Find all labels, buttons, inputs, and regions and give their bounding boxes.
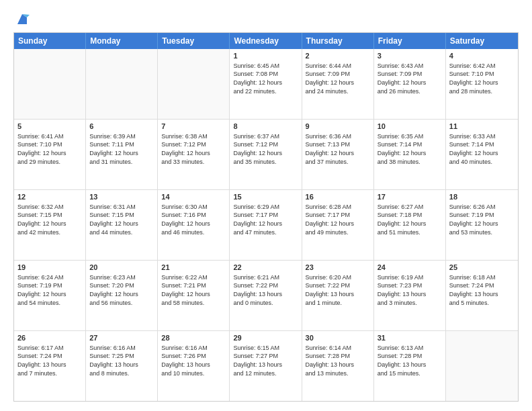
day-cell-21: 21Sunrise: 6:22 AM Sunset: 7:21 PM Dayli… <box>158 261 230 330</box>
day-info-14: Sunrise: 6:30 AM Sunset: 7:16 PM Dayligh… <box>161 203 226 236</box>
day-info-17: Sunrise: 6:27 AM Sunset: 7:18 PM Dayligh… <box>378 203 442 236</box>
day-info-31: Sunrise: 6:13 AM Sunset: 7:28 PM Dayligh… <box>378 344 442 377</box>
day-number-7: 7 <box>161 122 226 132</box>
day-number-5: 5 <box>17 122 82 132</box>
header-cell-sunday: Sunday <box>14 33 86 49</box>
day-info-1: Sunrise: 6:45 AM Sunset: 7:08 PM Dayligh… <box>233 62 298 95</box>
day-number-16: 16 <box>306 192 370 202</box>
logo-icon <box>15 12 30 27</box>
day-number-21: 21 <box>161 263 226 273</box>
header <box>13 12 519 27</box>
day-info-24: Sunrise: 6:19 AM Sunset: 7:23 PM Dayligh… <box>378 273 442 307</box>
day-cell-4: 4Sunrise: 6:42 AM Sunset: 7:10 PM Daylig… <box>446 49 518 119</box>
day-number-25: 25 <box>449 263 515 273</box>
day-number-4: 4 <box>449 51 515 61</box>
day-cell-16: 16Sunrise: 6:28 AM Sunset: 7:17 PM Dayli… <box>302 190 374 260</box>
header-cell-wednesday: Wednesday <box>230 33 302 49</box>
header-cell-saturday: Saturday <box>446 33 518 49</box>
calendar-row-0: 1Sunrise: 6:45 AM Sunset: 7:08 PM Daylig… <box>14 49 518 120</box>
day-info-6: Sunrise: 6:39 AM Sunset: 7:11 PM Dayligh… <box>89 132 154 166</box>
day-cell-1: 1Sunrise: 6:45 AM Sunset: 7:08 PM Daylig… <box>230 49 302 119</box>
day-info-25: Sunrise: 6:18 AM Sunset: 7:24 PM Dayligh… <box>449 273 515 307</box>
day-info-8: Sunrise: 6:37 AM Sunset: 7:12 PM Dayligh… <box>233 132 298 166</box>
logo <box>13 12 30 27</box>
day-info-4: Sunrise: 6:42 AM Sunset: 7:10 PM Dayligh… <box>449 62 515 95</box>
day-number-9: 9 <box>306 122 370 132</box>
day-number-11: 11 <box>449 122 515 132</box>
day-number-24: 24 <box>378 263 442 273</box>
header-cell-monday: Monday <box>86 33 158 49</box>
calendar-row-2: 12Sunrise: 6:32 AM Sunset: 7:15 PM Dayli… <box>14 190 518 261</box>
day-info-26: Sunrise: 6:17 AM Sunset: 7:24 PM Dayligh… <box>17 344 82 377</box>
day-cell-30: 30Sunrise: 6:14 AM Sunset: 7:28 PM Dayli… <box>302 331 374 401</box>
calendar-row-4: 26Sunrise: 6:17 AM Sunset: 7:24 PM Dayli… <box>14 331 518 401</box>
day-number-15: 15 <box>233 192 298 202</box>
day-number-29: 29 <box>233 333 298 343</box>
day-info-9: Sunrise: 6:36 AM Sunset: 7:13 PM Dayligh… <box>306 132 370 166</box>
day-info-3: Sunrise: 6:43 AM Sunset: 7:09 PM Dayligh… <box>378 62 442 95</box>
header-cell-friday: Friday <box>374 33 446 49</box>
day-info-23: Sunrise: 6:20 AM Sunset: 7:22 PM Dayligh… <box>306 273 370 307</box>
day-number-18: 18 <box>449 192 515 202</box>
calendar-body: 1Sunrise: 6:45 AM Sunset: 7:08 PM Daylig… <box>14 49 518 401</box>
day-number-6: 6 <box>89 122 154 132</box>
day-number-3: 3 <box>378 51 442 61</box>
day-cell-19: 19Sunrise: 6:24 AM Sunset: 7:19 PM Dayli… <box>14 261 86 330</box>
day-cell-8: 8Sunrise: 6:37 AM Sunset: 7:12 PM Daylig… <box>230 120 302 189</box>
day-number-1: 1 <box>233 51 298 61</box>
day-info-30: Sunrise: 6:14 AM Sunset: 7:28 PM Dayligh… <box>306 344 370 377</box>
day-cell-2: 2Sunrise: 6:44 AM Sunset: 7:09 PM Daylig… <box>302 49 374 119</box>
day-info-7: Sunrise: 6:38 AM Sunset: 7:12 PM Dayligh… <box>161 132 226 166</box>
day-info-5: Sunrise: 6:41 AM Sunset: 7:10 PM Dayligh… <box>17 132 82 166</box>
page: SundayMondayTuesdayWednesdayThursdayFrid… <box>0 0 532 411</box>
day-cell-9: 9Sunrise: 6:36 AM Sunset: 7:13 PM Daylig… <box>302 120 374 189</box>
day-cell-20: 20Sunrise: 6:23 AM Sunset: 7:20 PM Dayli… <box>86 261 158 330</box>
calendar-header-row: SundayMondayTuesdayWednesdayThursdayFrid… <box>14 33 518 49</box>
empty-cell-4-6 <box>446 331 518 401</box>
day-cell-3: 3Sunrise: 6:43 AM Sunset: 7:09 PM Daylig… <box>374 49 446 119</box>
day-info-10: Sunrise: 6:35 AM Sunset: 7:14 PM Dayligh… <box>378 132 442 166</box>
day-cell-6: 6Sunrise: 6:39 AM Sunset: 7:11 PM Daylig… <box>86 120 158 189</box>
day-info-27: Sunrise: 6:16 AM Sunset: 7:25 PM Dayligh… <box>89 344 154 377</box>
header-cell-tuesday: Tuesday <box>158 33 230 49</box>
day-cell-27: 27Sunrise: 6:16 AM Sunset: 7:25 PM Dayli… <box>86 331 158 401</box>
day-cell-10: 10Sunrise: 6:35 AM Sunset: 7:14 PM Dayli… <box>374 120 446 189</box>
calendar: SundayMondayTuesdayWednesdayThursdayFrid… <box>13 32 519 402</box>
day-cell-11: 11Sunrise: 6:33 AM Sunset: 7:14 PM Dayli… <box>446 120 518 189</box>
day-info-28: Sunrise: 6:16 AM Sunset: 7:26 PM Dayligh… <box>161 344 226 377</box>
header-cell-thursday: Thursday <box>302 33 374 49</box>
day-cell-29: 29Sunrise: 6:15 AM Sunset: 7:27 PM Dayli… <box>230 331 302 401</box>
day-number-8: 8 <box>233 122 298 132</box>
day-number-20: 20 <box>89 263 154 273</box>
day-number-19: 19 <box>17 263 82 273</box>
day-number-10: 10 <box>378 122 442 132</box>
day-number-13: 13 <box>89 192 154 202</box>
day-cell-17: 17Sunrise: 6:27 AM Sunset: 7:18 PM Dayli… <box>374 190 446 260</box>
day-cell-26: 26Sunrise: 6:17 AM Sunset: 7:24 PM Dayli… <box>14 331 86 401</box>
day-cell-7: 7Sunrise: 6:38 AM Sunset: 7:12 PM Daylig… <box>158 120 230 189</box>
day-cell-22: 22Sunrise: 6:21 AM Sunset: 7:22 PM Dayli… <box>230 261 302 330</box>
day-info-18: Sunrise: 6:26 AM Sunset: 7:19 PM Dayligh… <box>449 203 515 236</box>
day-cell-18: 18Sunrise: 6:26 AM Sunset: 7:19 PM Dayli… <box>446 190 518 260</box>
empty-cell-0-2 <box>158 49 230 119</box>
day-number-28: 28 <box>161 333 226 343</box>
day-info-12: Sunrise: 6:32 AM Sunset: 7:15 PM Dayligh… <box>17 203 82 236</box>
empty-cell-0-0 <box>14 49 86 119</box>
day-cell-25: 25Sunrise: 6:18 AM Sunset: 7:24 PM Dayli… <box>446 261 518 330</box>
day-info-16: Sunrise: 6:28 AM Sunset: 7:17 PM Dayligh… <box>306 203 370 236</box>
day-info-2: Sunrise: 6:44 AM Sunset: 7:09 PM Dayligh… <box>306 62 370 95</box>
empty-cell-0-1 <box>86 49 158 119</box>
day-cell-31: 31Sunrise: 6:13 AM Sunset: 7:28 PM Dayli… <box>374 331 446 401</box>
day-info-29: Sunrise: 6:15 AM Sunset: 7:27 PM Dayligh… <box>233 344 298 377</box>
day-cell-5: 5Sunrise: 6:41 AM Sunset: 7:10 PM Daylig… <box>14 120 86 189</box>
day-cell-28: 28Sunrise: 6:16 AM Sunset: 7:26 PM Dayli… <box>158 331 230 401</box>
day-info-22: Sunrise: 6:21 AM Sunset: 7:22 PM Dayligh… <box>233 273 298 307</box>
day-number-27: 27 <box>89 333 154 343</box>
day-info-11: Sunrise: 6:33 AM Sunset: 7:14 PM Dayligh… <box>449 132 515 166</box>
day-number-31: 31 <box>378 333 442 343</box>
day-cell-24: 24Sunrise: 6:19 AM Sunset: 7:23 PM Dayli… <box>374 261 446 330</box>
day-number-23: 23 <box>306 263 370 273</box>
day-number-22: 22 <box>233 263 298 273</box>
calendar-row-3: 19Sunrise: 6:24 AM Sunset: 7:19 PM Dayli… <box>14 261 518 331</box>
day-info-20: Sunrise: 6:23 AM Sunset: 7:20 PM Dayligh… <box>89 273 154 307</box>
